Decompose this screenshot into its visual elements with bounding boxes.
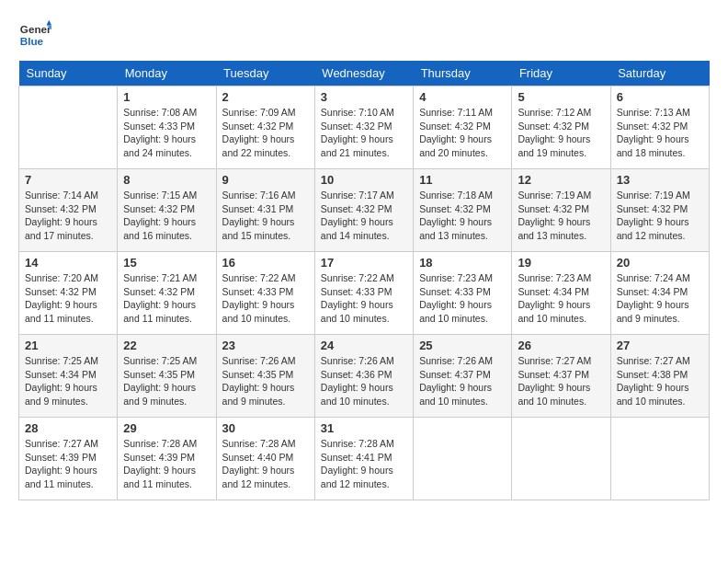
day-number: 3: [321, 90, 407, 104]
day-info: Sunrise: 7:21 AMSunset: 4:32 PMDaylight:…: [123, 271, 210, 326]
header-sunday: Sunday: [19, 61, 118, 86]
calendar-week-5: 28Sunrise: 7:27 AMSunset: 4:39 PMDayligh…: [19, 418, 710, 500]
day-number: 22: [123, 339, 210, 352]
daylight-hours: Daylight: 9 hours and 13 minutes.: [419, 216, 492, 241]
calendar-cell: 1Sunrise: 7:08 AMSunset: 4:33 PMDaylight…: [118, 86, 216, 169]
daylight-hours: Daylight: 9 hours and 10 minutes.: [419, 382, 492, 407]
day-info: Sunrise: 7:12 AMSunset: 4:32 PMDaylight:…: [518, 106, 604, 160]
daylight-hours: Daylight: 9 hours and 10 minutes.: [321, 382, 393, 407]
daylight-hours: Daylight: 9 hours and 9 minutes.: [617, 299, 689, 324]
calendar-table: SundayMondayTuesdayWednesdayThursdayFrid…: [18, 61, 710, 500]
day-number: 29: [123, 421, 210, 435]
day-number: 25: [419, 339, 506, 352]
daylight-hours: Daylight: 9 hours and 22 minutes.: [222, 133, 295, 158]
day-number: 18: [419, 256, 506, 270]
calendar-cell: 18Sunrise: 7:23 AMSunset: 4:33 PMDayligh…: [414, 252, 512, 335]
calendar-cell: 20Sunrise: 7:24 AMSunset: 4:34 PMDayligh…: [610, 252, 709, 335]
calendar-cell: 2Sunrise: 7:09 AMSunset: 4:32 PMDaylight…: [216, 86, 314, 169]
logo: General Blue: [18, 18, 51, 52]
calendar-header-row: SundayMondayTuesdayWednesdayThursdayFrid…: [19, 61, 710, 86]
calendar-week-2: 7Sunrise: 7:14 AMSunset: 4:32 PMDaylight…: [19, 169, 710, 252]
daylight-hours: Daylight: 9 hours and 10 minutes.: [518, 299, 590, 324]
day-number: 27: [617, 339, 703, 352]
calendar-cell: 23Sunrise: 7:26 AMSunset: 4:35 PMDayligh…: [216, 335, 314, 418]
day-number: 23: [222, 339, 309, 352]
day-number: 28: [25, 421, 111, 435]
daylight-hours: Daylight: 9 hours and 10 minutes.: [222, 299, 295, 324]
day-info: Sunrise: 7:22 AMSunset: 4:33 PMDaylight:…: [321, 271, 407, 326]
daylight-hours: Daylight: 9 hours and 20 minutes.: [419, 133, 492, 158]
day-info: Sunrise: 7:13 AMSunset: 4:32 PMDaylight:…: [617, 106, 703, 160]
daylight-hours: Daylight: 9 hours and 10 minutes.: [321, 299, 393, 324]
daylight-hours: Daylight: 9 hours and 11 minutes.: [25, 465, 97, 489]
day-info: Sunrise: 7:26 AMSunset: 4:37 PMDaylight:…: [419, 354, 506, 408]
calendar-cell: 31Sunrise: 7:28 AMSunset: 4:41 PMDayligh…: [314, 418, 413, 500]
day-info: Sunrise: 7:26 AMSunset: 4:35 PMDaylight:…: [222, 354, 309, 408]
day-number: 24: [321, 339, 407, 352]
calendar-cell: 21Sunrise: 7:25 AMSunset: 4:34 PMDayligh…: [19, 335, 118, 418]
day-info: Sunrise: 7:27 AMSunset: 4:38 PMDaylight:…: [617, 354, 703, 408]
day-number: 4: [419, 90, 506, 104]
calendar-cell: 26Sunrise: 7:27 AMSunset: 4:37 PMDayligh…: [512, 335, 610, 418]
calendar-cell: 12Sunrise: 7:19 AMSunset: 4:32 PMDayligh…: [512, 169, 610, 252]
day-number: 13: [617, 173, 703, 187]
calendar-week-4: 21Sunrise: 7:25 AMSunset: 4:34 PMDayligh…: [19, 335, 710, 418]
header-wednesday: Wednesday: [314, 61, 413, 86]
daylight-hours: Daylight: 9 hours and 12 minutes.: [617, 216, 689, 241]
calendar-cell: 30Sunrise: 7:28 AMSunset: 4:40 PMDayligh…: [216, 418, 314, 500]
day-number: 21: [25, 339, 111, 352]
header-tuesday: Tuesday: [216, 61, 314, 86]
day-number: 5: [518, 90, 604, 104]
calendar-cell: 15Sunrise: 7:21 AMSunset: 4:32 PMDayligh…: [118, 252, 216, 335]
daylight-hours: Daylight: 9 hours and 9 minutes.: [222, 382, 295, 407]
calendar-cell: 6Sunrise: 7:13 AMSunset: 4:32 PMDaylight…: [610, 86, 709, 169]
header-thursday: Thursday: [414, 61, 512, 86]
calendar-cell: 14Sunrise: 7:20 AMSunset: 4:32 PMDayligh…: [19, 252, 118, 335]
day-number: 9: [222, 173, 309, 187]
day-number: 17: [321, 256, 407, 270]
day-number: 12: [518, 173, 604, 187]
calendar-cell: 11Sunrise: 7:18 AMSunset: 4:32 PMDayligh…: [414, 169, 512, 252]
day-number: 7: [25, 173, 111, 187]
daylight-hours: Daylight: 9 hours and 17 minutes.: [25, 216, 97, 241]
daylight-hours: Daylight: 9 hours and 12 minutes.: [321, 465, 393, 489]
header-saturday: Saturday: [610, 61, 709, 86]
calendar-cell: 22Sunrise: 7:25 AMSunset: 4:35 PMDayligh…: [118, 335, 216, 418]
daylight-hours: Daylight: 9 hours and 10 minutes.: [617, 382, 689, 407]
day-info: Sunrise: 7:28 AMSunset: 4:40 PMDaylight:…: [222, 437, 309, 491]
header-friday: Friday: [512, 61, 610, 86]
day-number: 26: [518, 339, 604, 352]
calendar-cell: 28Sunrise: 7:27 AMSunset: 4:39 PMDayligh…: [19, 418, 118, 500]
daylight-hours: Daylight: 9 hours and 18 minutes.: [617, 133, 689, 158]
calendar-cell: 16Sunrise: 7:22 AMSunset: 4:33 PMDayligh…: [216, 252, 314, 335]
svg-text:Blue: Blue: [20, 35, 44, 47]
logo-icon: General Blue: [18, 18, 51, 52]
daylight-hours: Daylight: 9 hours and 15 minutes.: [222, 216, 295, 241]
daylight-hours: Daylight: 9 hours and 11 minutes.: [123, 465, 196, 489]
day-info: Sunrise: 7:27 AMSunset: 4:39 PMDaylight:…: [25, 437, 111, 491]
calendar-cell: 8Sunrise: 7:15 AMSunset: 4:32 PMDaylight…: [118, 169, 216, 252]
page-header: General Blue: [18, 18, 710, 52]
daylight-hours: Daylight: 9 hours and 16 minutes.: [123, 216, 196, 241]
calendar-week-1: 1Sunrise: 7:08 AMSunset: 4:33 PMDaylight…: [19, 86, 710, 169]
day-number: 1: [123, 90, 210, 104]
calendar-cell: 29Sunrise: 7:28 AMSunset: 4:39 PMDayligh…: [118, 418, 216, 500]
day-number: 20: [617, 256, 703, 270]
daylight-hours: Daylight: 9 hours and 24 minutes.: [123, 133, 196, 158]
calendar-cell: 3Sunrise: 7:10 AMSunset: 4:32 PMDaylight…: [314, 86, 413, 169]
daylight-hours: Daylight: 9 hours and 14 minutes.: [321, 216, 393, 241]
day-number: 14: [25, 256, 111, 270]
day-number: 30: [222, 421, 309, 435]
day-info: Sunrise: 7:18 AMSunset: 4:32 PMDaylight:…: [419, 189, 506, 243]
daylight-hours: Daylight: 9 hours and 13 minutes.: [518, 216, 590, 241]
day-info: Sunrise: 7:11 AMSunset: 4:32 PMDaylight:…: [419, 106, 506, 160]
calendar-cell: 19Sunrise: 7:23 AMSunset: 4:34 PMDayligh…: [512, 252, 610, 335]
day-info: Sunrise: 7:15 AMSunset: 4:32 PMDaylight:…: [123, 189, 210, 243]
day-number: 31: [321, 421, 407, 435]
day-number: 19: [518, 256, 604, 270]
calendar-cell: 5Sunrise: 7:12 AMSunset: 4:32 PMDaylight…: [512, 86, 610, 169]
day-info: Sunrise: 7:28 AMSunset: 4:41 PMDaylight:…: [321, 437, 407, 491]
calendar-cell: 7Sunrise: 7:14 AMSunset: 4:32 PMDaylight…: [19, 169, 118, 252]
day-info: Sunrise: 7:23 AMSunset: 4:34 PMDaylight:…: [518, 271, 604, 326]
calendar-cell: 9Sunrise: 7:16 AMSunset: 4:31 PMDaylight…: [216, 169, 314, 252]
